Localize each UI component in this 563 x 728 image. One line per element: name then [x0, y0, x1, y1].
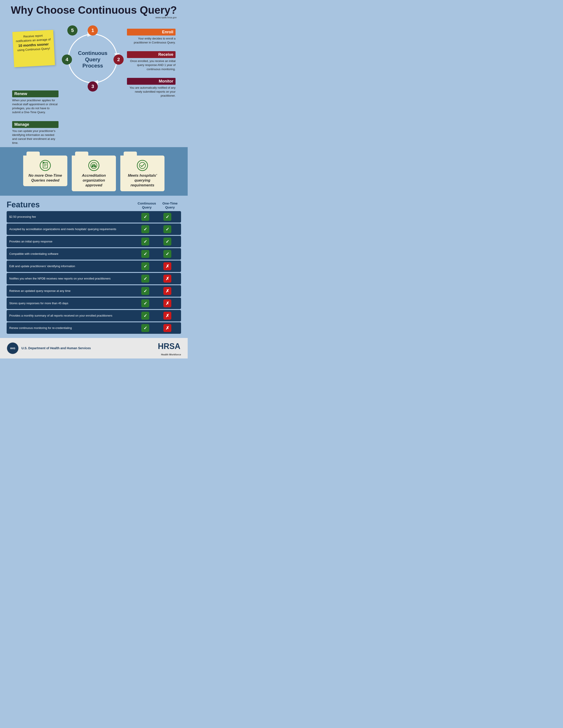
benefit-text-2: Accreditation organization approved	[75, 173, 113, 188]
feature-label: Provides an initial query response	[9, 240, 134, 243]
feature-label: Renew continuous monitoring for re-crede…	[9, 326, 134, 330]
col-otq: One-Time Query	[159, 201, 181, 209]
step-badge-5: 5	[67, 25, 77, 36]
feature-row: Notifies you when the NPDB receives new …	[7, 273, 181, 284]
otq-cell: ✓	[156, 250, 178, 258]
otq-cell: ✗	[156, 324, 178, 332]
cq-cell: ✓	[134, 299, 156, 307]
enroll-header: Enroll	[127, 29, 175, 36]
benefit-icon-3	[137, 160, 148, 171]
feature-label: Retrieve an updated query response at an…	[9, 289, 134, 293]
cq-cell: ✓	[134, 324, 156, 332]
cq-cell: ✓	[134, 213, 156, 221]
svg-text:HHS: HHS	[10, 347, 15, 350]
enroll-title: Enroll	[162, 30, 173, 34]
receive-title: Receive	[158, 52, 173, 57]
check-mark: ✓	[141, 324, 149, 332]
x-mark: ✗	[163, 312, 171, 320]
check-mark: ✓	[141, 225, 149, 233]
renew-desc: When your practitioner applies for medic…	[12, 98, 58, 114]
x-mark: ✗	[163, 275, 171, 283]
otq-cell: ✗	[156, 299, 178, 307]
otq-cell: ✓	[156, 213, 178, 221]
cq-cell: ✓	[134, 275, 156, 283]
step-receive: Receive Once enrolled, you receive an in…	[127, 51, 175, 71]
otq-cell: ✗	[156, 312, 178, 320]
benefit-icon-2	[88, 160, 99, 171]
hrsa-name: HRSA	[157, 341, 181, 353]
x-mark: ✗	[163, 299, 171, 307]
step-badge-4: 4	[62, 54, 72, 65]
step-badge-2: 2	[113, 54, 124, 65]
features-header: Features Continuous Query One-Time Query	[7, 200, 181, 209]
feature-label: Stores query responses for more than 45 …	[9, 302, 134, 305]
feature-row: $2.50 processing fee✓✓	[7, 211, 181, 223]
x-mark: ✗	[163, 324, 171, 332]
check-mark: ✓	[141, 287, 149, 295]
check-mark: ✓	[141, 275, 149, 283]
feature-row: Retrieve an updated query response at an…	[7, 285, 181, 297]
cq-cell: ✓	[134, 312, 156, 320]
page-title: Why Choose Continuous Query?	[9, 4, 179, 16]
feature-label: Compatible with credentialing software	[9, 252, 134, 255]
feature-row: Renew continuous monitoring for re-crede…	[7, 322, 181, 334]
monitor-header: Monitor	[127, 78, 175, 85]
svg-rect-6	[43, 162, 44, 163]
check-mark: ✓	[141, 299, 149, 307]
feature-row: Accepted by accreditation organizations …	[7, 223, 181, 235]
benefit-card-1: No more One-Time Queries needed	[23, 152, 67, 191]
step-renew: Renew When your practitioner applies for…	[12, 90, 58, 114]
cq-cell: ✓	[134, 225, 156, 233]
benefit-text-3: Meets hospitals' querying requirements	[124, 173, 161, 188]
monitor-desc: You are automatically notified of any ne…	[127, 86, 175, 98]
step-enroll: Enroll Your entity decides to enroll a p…	[127, 29, 175, 45]
process-center-title: Continuous Query Process	[77, 50, 108, 69]
feature-row: Provides a monthly summary of all report…	[7, 310, 181, 321]
feature-row: Stores query responses for more than 45 …	[7, 298, 181, 309]
features-rows: $2.50 processing fee✓✓Accepted by accred…	[7, 211, 181, 334]
process-section: Receive report notifications an average …	[0, 21, 188, 147]
footer: HHS U.S. Department of Health and Human …	[0, 338, 188, 358]
svg-text:HRSA: HRSA	[158, 342, 180, 351]
renew-title: Renew	[14, 92, 27, 96]
cq-cell: ✓	[134, 250, 156, 258]
features-title: Features	[7, 200, 136, 209]
otq-cell: ✗	[156, 262, 178, 270]
check-mark: ✓	[141, 312, 149, 320]
process-diagram: Continuous Query Process 1 2 3 4 5	[61, 24, 125, 95]
check-mark: ✓	[163, 238, 171, 246]
otq-cell: ✓	[156, 238, 178, 246]
column-headers: Continuous Query One-Time Query	[136, 201, 181, 209]
otq-cell: ✗	[156, 287, 178, 295]
x-mark: ✗	[163, 262, 171, 270]
check-mark: ✓	[163, 225, 171, 233]
check-mark: ✓	[141, 250, 149, 258]
footer-left: HHS U.S. Department of Health and Human …	[7, 342, 91, 354]
feature-label: Provides a monthly summary of all report…	[9, 314, 134, 317]
col-cq: Continuous Query	[136, 201, 158, 209]
step-manage: Manage You can update your practitioner'…	[12, 121, 58, 145]
check-mark: ✓	[163, 250, 171, 258]
cq-cell: ✓	[134, 238, 156, 246]
enroll-desc: Your entity decides to enroll a practiti…	[127, 37, 175, 45]
otq-cell: ✓	[156, 225, 178, 233]
benefit-card-3: Meets hospitals' querying requirements	[120, 152, 164, 191]
feature-row: Edit and update practitioners' identifyi…	[7, 261, 181, 272]
benefit-text-1: No more One-Time Queries needed	[26, 173, 64, 183]
feature-label: $2.50 processing fee	[9, 215, 134, 218]
renew-header: Renew	[12, 90, 58, 97]
cq-cell: ✓	[134, 287, 156, 295]
receive-header: Receive	[127, 51, 175, 58]
feature-label: Edit and update practitioners' identifyi…	[9, 265, 134, 268]
svg-point-9	[93, 166, 94, 167]
monitor-title: Monitor	[159, 79, 173, 84]
cq-cell: ✓	[134, 262, 156, 270]
hhs-logo: HHS	[7, 342, 19, 354]
otq-cell: ✗	[156, 275, 178, 283]
benefit-card-2: Accreditation organization approved	[72, 152, 116, 191]
dept-name: U.S. Department of Health and Human Serv…	[21, 346, 91, 350]
check-mark: ✓	[163, 213, 171, 221]
website-url: www.npdb.hrsa.gov	[9, 16, 179, 19]
benefit-icon-1	[40, 160, 51, 171]
feature-label: Accepted by accreditation organizations …	[9, 227, 134, 231]
